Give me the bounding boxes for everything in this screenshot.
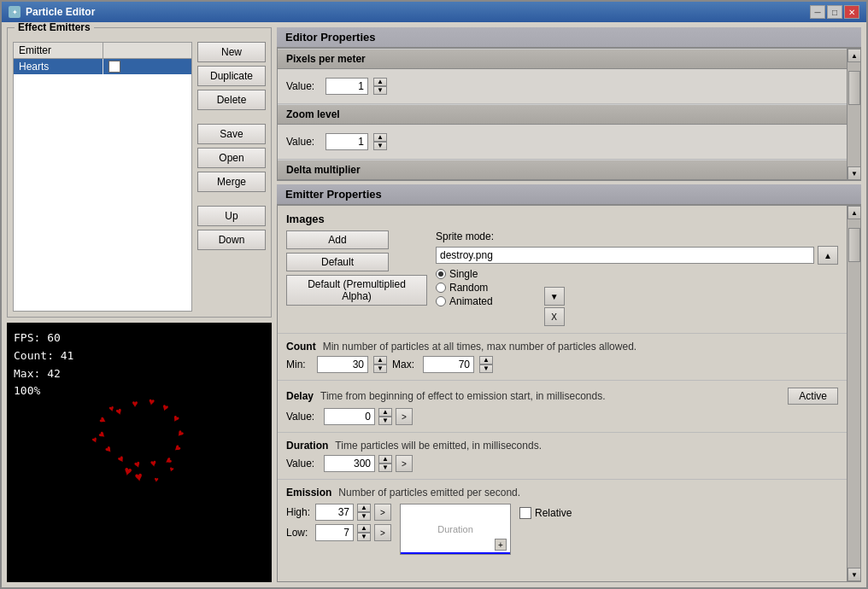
delay-value-input[interactable] (324, 408, 375, 425)
editor-scroll-thumb[interactable] (848, 71, 860, 105)
sprite-filename-input[interactable] (436, 247, 814, 264)
default-image-button[interactable]: Default (286, 253, 389, 271)
duration-spinner: ▲ ▼ (378, 455, 392, 472)
min-spinner: ▲ ▼ (373, 356, 387, 373)
title-bar-left: ✦ Particle Editor (9, 6, 95, 18)
svg-text:♥: ♥ (133, 469, 144, 484)
low-up[interactable]: ▲ (357, 524, 371, 533)
sprite-animated-radio[interactable] (436, 296, 446, 306)
pixels-down[interactable]: ▼ (373, 86, 387, 95)
svg-text:♥: ♥ (168, 464, 175, 474)
duration-value-input[interactable] (324, 455, 375, 472)
minimize-button[interactable]: ─ (810, 5, 825, 19)
emitter-scroll-thumb[interactable] (848, 228, 860, 262)
effect-emitters-title: Effect Emitters (15, 22, 94, 33)
zoom-up[interactable]: ▲ (373, 133, 387, 142)
high-gt-btn[interactable]: > (374, 504, 391, 521)
emitter-scroll-down[interactable]: ▼ (847, 568, 861, 581)
svg-text:♥: ♥ (103, 443, 114, 456)
editor-scroll-down[interactable]: ▼ (847, 166, 861, 180)
pixels-per-meter-header[interactable]: Pixels per meter (278, 49, 847, 69)
delay-header: Delay Time from beginning of effect to e… (286, 388, 838, 405)
editor-scroll-up[interactable]: ▲ (847, 49, 861, 62)
max-input[interactable] (423, 356, 474, 373)
zoom-level-content: Value: ▲ ▼ (278, 125, 847, 160)
max-label: Max: (392, 359, 418, 370)
editor-scroll-track[interactable] (847, 62, 860, 166)
duration-down[interactable]: ▼ (378, 464, 392, 472)
zoom-level-header[interactable]: Zoom level (278, 104, 847, 125)
delay-spinner: ▲ ▼ (378, 408, 392, 425)
high-up[interactable]: ▲ (357, 504, 371, 512)
zoom-down[interactable]: ▼ (373, 142, 387, 150)
delay-gt-btn[interactable]: > (396, 408, 413, 425)
svg-text:♥: ♥ (122, 463, 133, 479)
sprite-down-btn[interactable]: ▼ (544, 287, 565, 306)
new-button[interactable]: New (197, 42, 266, 62)
default-pre-image-button[interactable]: Default (Premultiplied Alpha) (286, 275, 427, 306)
low-gt-btn[interactable]: > (374, 524, 391, 541)
high-label: High: (286, 506, 312, 518)
svg-text:♥: ♥ (174, 427, 186, 440)
min-up[interactable]: ▲ (373, 356, 387, 364)
delta-multiplier-header[interactable]: Delta multiplier (278, 160, 847, 180)
count-row: Min: ▲ ▼ Max: ▲ ▼ (286, 356, 838, 373)
sprite-x-btn[interactable]: X (544, 307, 565, 326)
low-spinner: ▲ ▼ (357, 524, 371, 541)
svg-text:♥: ♥ (96, 415, 109, 426)
emission-plus-btn[interactable]: + (495, 539, 507, 551)
svg-text:♥: ♥ (115, 452, 126, 466)
min-input[interactable] (317, 356, 368, 373)
down-button[interactable]: Down (197, 230, 266, 250)
duration-up[interactable]: ▲ (378, 455, 392, 464)
emission-chart: Duration + (400, 504, 511, 555)
delay-down[interactable]: ▼ (378, 417, 392, 425)
high-input[interactable] (315, 504, 354, 521)
sprite-single-radio[interactable] (436, 269, 446, 279)
pixels-up[interactable]: ▲ (373, 78, 387, 86)
count-title: Count (286, 341, 316, 353)
sprite-random-radio[interactable] (436, 283, 446, 293)
sprite-side-btns: ▼ X (544, 287, 565, 326)
delay-section: Delay Time from beginning of effect to e… (278, 381, 847, 433)
duration-gt-btn[interactable]: > (396, 455, 413, 472)
sprite-up-btn[interactable]: ▲ (818, 246, 838, 265)
emission-inputs: High: ▲ ▼ > Low: (286, 504, 391, 541)
low-row: Low: ▲ ▼ > (286, 524, 391, 541)
emission-header: Emission Number of particles emitted per… (286, 487, 838, 499)
main-content: Effect Emitters Emitter Hearts ✓ (2, 22, 866, 587)
sprite-animated-row: Animated (436, 295, 493, 307)
delete-button[interactable]: Delete (197, 90, 266, 110)
emitters-buttons: New Duplicate Delete Save Open Merge Up … (197, 42, 266, 312)
emitter-scroll-track[interactable] (847, 219, 860, 568)
max-down[interactable]: ▼ (479, 364, 493, 373)
merge-button[interactable]: Merge (197, 172, 266, 192)
high-down[interactable]: ▼ (357, 512, 371, 521)
max-up[interactable]: ▲ (479, 356, 493, 364)
relative-check: Relative (519, 507, 572, 519)
maximize-button[interactable]: □ (827, 5, 842, 19)
count-desc: Min number of particles at all times, ma… (323, 341, 636, 353)
active-button[interactable]: Active (788, 388, 838, 405)
zoom-value-input[interactable] (326, 133, 368, 150)
relative-checkbox[interactable] (519, 507, 531, 519)
table-row[interactable]: Hearts ✓ (14, 59, 191, 74)
close-button[interactable]: ✕ (844, 5, 859, 19)
duplicate-button[interactable]: Duplicate (197, 66, 266, 86)
open-button[interactable]: Open (197, 148, 266, 168)
delay-up[interactable]: ▲ (378, 408, 392, 417)
save-button[interactable]: Save (197, 124, 266, 144)
add-image-button[interactable]: Add (286, 230, 389, 249)
pixels-value-input[interactable] (326, 78, 368, 95)
low-down[interactable]: ▼ (357, 533, 371, 541)
up-button[interactable]: Up (197, 206, 266, 226)
editor-props-scrollbar[interactable]: ▲ ▼ (847, 49, 860, 180)
min-down[interactable]: ▼ (373, 364, 387, 373)
low-input[interactable] (315, 524, 354, 541)
svg-text:♥: ♥ (148, 395, 155, 408)
emitter-scroll-up[interactable]: ▲ (847, 206, 861, 219)
emitter-checkbox[interactable]: ✓ (108, 61, 120, 73)
low-label: Low: (286, 527, 312, 539)
emitter-props-scrollbar[interactable]: ▲ ▼ (847, 206, 860, 581)
title-buttons: ─ □ ✕ (810, 5, 859, 19)
